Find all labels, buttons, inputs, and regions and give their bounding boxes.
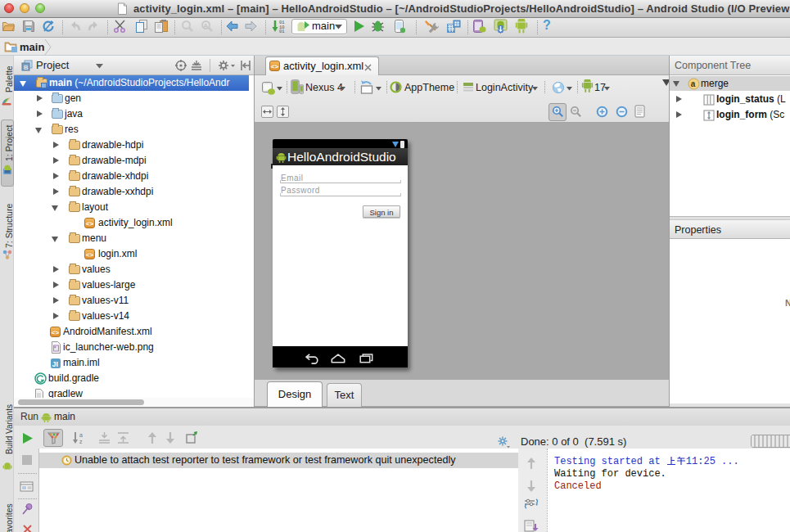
svg-text:a: a (691, 79, 696, 88)
svg-text:z: z (79, 439, 83, 444)
svg-text:a: a (79, 432, 83, 438)
svg-text:01: 01 (279, 29, 285, 34)
svg-text:A: A (204, 22, 209, 29)
svg-text:B: B (24, 64, 28, 71)
svg-text:JI: JI (52, 360, 59, 368)
